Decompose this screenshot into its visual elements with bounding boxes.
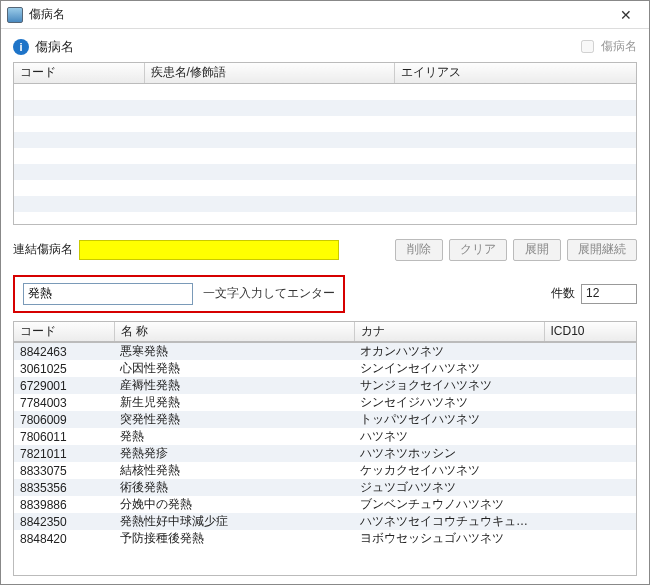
- table-row[interactable]: [14, 148, 636, 164]
- linked-label: 連結傷病名: [13, 241, 73, 258]
- cell-code: 8835356: [14, 479, 114, 496]
- table-row[interactable]: [14, 196, 636, 212]
- cell-icd: [544, 496, 636, 513]
- clear-button[interactable]: クリア: [449, 239, 507, 261]
- window-title: 傷病名: [29, 6, 609, 23]
- cell-kana: オカンハツネツ: [354, 343, 544, 360]
- cell-code: 8833075: [14, 462, 114, 479]
- upper-col-code[interactable]: コード: [14, 63, 144, 83]
- table-row[interactable]: [14, 116, 636, 132]
- cell-code: 7784003: [14, 394, 114, 411]
- cell-code: 6729001: [14, 377, 114, 394]
- delete-button[interactable]: 削除: [395, 239, 443, 261]
- cell-kana: ヨボウセッシュゴハツネツ: [354, 530, 544, 547]
- cell-kana: シンインセイハツネツ: [354, 360, 544, 377]
- table-row[interactable]: 8835356術後発熱ジュツゴハツネツ: [14, 479, 636, 496]
- cell-name: 発熱発疹: [114, 445, 354, 462]
- table-row[interactable]: 8848420予防接種後発熱ヨボウセッシュゴハツネツ: [14, 530, 636, 547]
- lower-table-head: コード 名 称 カナ ICD10: [13, 321, 637, 344]
- table-row[interactable]: [14, 164, 636, 180]
- cell-icd: [544, 343, 636, 360]
- page-title: 傷病名: [35, 38, 577, 56]
- upper-table-header: コード 疾患名/修飾語 エイリアス: [14, 63, 636, 84]
- cell-code: 7806009: [14, 411, 114, 428]
- titlebar: 傷病名 ✕: [1, 1, 649, 29]
- table-row[interactable]: [14, 212, 636, 224]
- disease-checkbox-wrap[interactable]: 傷病名: [577, 37, 637, 56]
- upper-col-name[interactable]: 疾患名/修飾語: [144, 63, 394, 83]
- cell-kana: トッパツセイハツネツ: [354, 411, 544, 428]
- header: i 傷病名 傷病名: [1, 29, 649, 62]
- cell-kana: ハツネツホッシン: [354, 445, 544, 462]
- cell-icd: [544, 479, 636, 496]
- upper-col-alias[interactable]: エイリアス: [394, 63, 636, 83]
- cell-kana: ハツネツ: [354, 428, 544, 445]
- info-icon: i: [13, 39, 29, 55]
- table-row[interactable]: 7821011発熱発疹ハツネツホッシン: [14, 445, 636, 462]
- table-row[interactable]: [14, 180, 636, 196]
- cell-code: 8839886: [14, 496, 114, 513]
- cell-icd: [544, 360, 636, 377]
- lower-col-icd[interactable]: ICD10: [544, 322, 636, 342]
- cell-kana: シンセイジハツネツ: [354, 394, 544, 411]
- table-row[interactable]: [14, 132, 636, 148]
- search-input[interactable]: [23, 283, 193, 305]
- cell-icd: [544, 377, 636, 394]
- cell-name: 術後発熱: [114, 479, 354, 496]
- cell-name: 発熱: [114, 428, 354, 445]
- table-row[interactable]: 8833075結核性発熱ケッカクセイハツネツ: [14, 462, 636, 479]
- app-window: 傷病名 ✕ i 傷病名 傷病名 コード 疾患名/修飾語 エイリアス 連結傷病名 …: [0, 0, 650, 585]
- table-row[interactable]: 7784003新生児発熱シンセイジハツネツ: [14, 394, 636, 411]
- lower-col-name[interactable]: 名 称: [114, 322, 354, 342]
- app-icon: [7, 7, 23, 23]
- expand-button[interactable]: 展開: [513, 239, 561, 261]
- cell-kana: ケッカクセイハツネツ: [354, 462, 544, 479]
- table-row[interactable]: [14, 84, 636, 100]
- upper-table-body[interactable]: [14, 84, 636, 224]
- table-row[interactable]: 8842463悪寒発熱オカンハツネツ: [14, 343, 636, 360]
- table-row[interactable]: 6729001産褥性発熱サンジョクセイハツネツ: [14, 377, 636, 394]
- lower-col-kana[interactable]: カナ: [354, 322, 544, 342]
- close-button[interactable]: ✕: [609, 4, 643, 26]
- cell-icd: [544, 411, 636, 428]
- count-label: 件数: [551, 285, 575, 302]
- cell-icd: [544, 530, 636, 547]
- table-row[interactable]: 8842350発熱性好中球減少症ハツネツセイコウチュウキュウゲ…: [14, 513, 636, 530]
- cell-kana: ジュツゴハツネツ: [354, 479, 544, 496]
- cell-name: 産褥性発熱: [114, 377, 354, 394]
- table-row[interactable]: 7806009突発性発熱トッパツセイハツネツ: [14, 411, 636, 428]
- table-row[interactable]: 8839886分娩中の発熱ブンベンチュウノハツネツ: [14, 496, 636, 513]
- cell-icd: [544, 462, 636, 479]
- search-row: 一文字入力してエンター 件数 12: [13, 275, 637, 313]
- table-row[interactable]: 3061025心因性発熱シンインセイハツネツ: [14, 360, 636, 377]
- cell-icd: [544, 513, 636, 530]
- cell-code: 3061025: [14, 360, 114, 377]
- linked-disease-field[interactable]: [79, 240, 339, 260]
- cell-name: 悪寒発熱: [114, 343, 354, 360]
- search-hint: 一文字入力してエンター: [203, 285, 335, 302]
- linked-row: 連結傷病名 削除 クリア 展開 展開継続: [13, 239, 637, 261]
- cell-code: 8842350: [14, 513, 114, 530]
- cell-code: 7821011: [14, 445, 114, 462]
- cell-code: 7806011: [14, 428, 114, 445]
- cell-code: 8848420: [14, 530, 114, 547]
- cell-name: 心因性発熱: [114, 360, 354, 377]
- cell-icd: [544, 428, 636, 445]
- cell-name: 分娩中の発熱: [114, 496, 354, 513]
- table-row[interactable]: [14, 100, 636, 116]
- cell-name: 発熱性好中球減少症: [114, 513, 354, 530]
- count-wrap: 件数 12: [551, 284, 637, 304]
- cell-code: 8842463: [14, 343, 114, 360]
- disease-checkbox-label: 傷病名: [601, 38, 637, 55]
- cell-name: 結核性発熱: [114, 462, 354, 479]
- cell-icd: [544, 445, 636, 462]
- cell-name: 予防接種後発熱: [114, 530, 354, 547]
- button-row: 削除 クリア 展開 展開継続: [395, 239, 637, 261]
- upper-table-wrap: コード 疾患名/修飾語 エイリアス: [13, 62, 637, 225]
- expand-cont-button[interactable]: 展開継続: [567, 239, 637, 261]
- lower-table-body[interactable]: 8842463悪寒発熱オカンハツネツ3061025心因性発熱シンインセイハツネツ…: [13, 343, 637, 576]
- table-row[interactable]: 7806011発熱ハツネツ: [14, 428, 636, 445]
- disease-checkbox[interactable]: [581, 40, 594, 53]
- search-highlight-box: 一文字入力してエンター: [13, 275, 345, 313]
- lower-col-code[interactable]: コード: [14, 322, 114, 342]
